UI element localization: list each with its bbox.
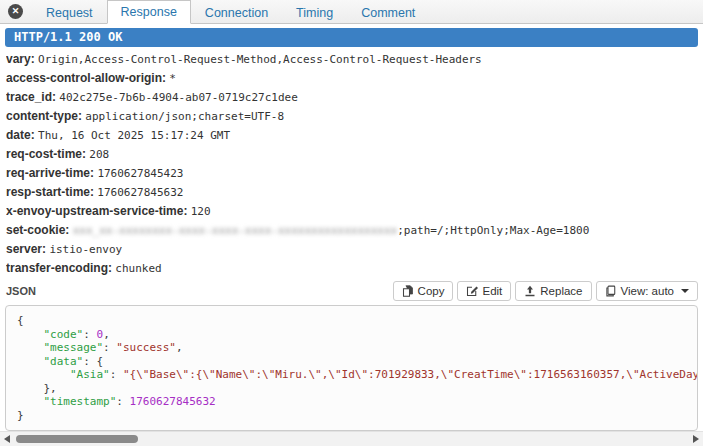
json-token: { xyxy=(17,314,24,327)
upload-icon xyxy=(524,285,536,297)
json-token xyxy=(17,368,70,381)
code-line: }, xyxy=(17,382,693,396)
edit-pencil-icon xyxy=(466,285,478,297)
header-row: x-envoy-upstream-service-time: 120 xyxy=(6,202,703,221)
edit-button[interactable]: Edit xyxy=(457,281,511,301)
horizontal-scrollbar[interactable] xyxy=(0,431,703,446)
redacted-cookie-value: xxx_xx-xxxxxxxx-xxxx-xxxx-xxxx-xxxxxxxxx… xyxy=(73,224,398,237)
scroll-right-arrow-icon[interactable] xyxy=(693,435,699,443)
content-view-toolbar: Copy Edit Replace View: auto xyxy=(393,281,698,301)
header-value: 1760627845632 xyxy=(97,186,183,199)
json-token: : xyxy=(103,341,116,354)
header-row: vary: Origin,Access-Control-Request-Meth… xyxy=(6,50,703,69)
json-token: 1760627845632 xyxy=(130,395,216,408)
json-token: "{\"Base\":{\"Name\":\"Miru.\",\"Id\":70… xyxy=(123,368,698,381)
header-name: trace_id: xyxy=(6,90,59,104)
code-line: "timestamp": 1760627845632 xyxy=(17,395,693,409)
json-token: : xyxy=(116,395,129,408)
header-row: date: Thu, 16 Oct 2025 15:17:24 GMT xyxy=(6,126,703,145)
json-token xyxy=(17,355,44,368)
code-line: "message": "success", xyxy=(17,341,693,355)
json-token xyxy=(17,328,44,341)
header-name: set-cookie: xyxy=(6,223,73,237)
header-row: set-cookie: xxx_xx-xxxxxxxx-xxxx-xxxx-xx… xyxy=(6,221,703,240)
replace-button[interactable]: Replace xyxy=(515,281,591,301)
json-token xyxy=(17,341,44,354)
header-name: transfer-encoding: xyxy=(6,261,115,275)
header-row: content-type: application/json;charset=U… xyxy=(6,107,703,126)
view-pages-icon xyxy=(605,285,617,297)
tab-comment[interactable]: Comment xyxy=(347,1,429,24)
json-token: , xyxy=(176,341,183,354)
json-token: "message" xyxy=(44,341,104,354)
header-name: vary: xyxy=(6,52,38,66)
header-value: 120 xyxy=(191,205,211,218)
json-section-header: JSON Copy Edit Replace View: auto xyxy=(0,278,703,305)
header-value: Origin,Access-Control-Request-Method,Acc… xyxy=(38,53,482,66)
json-token: "Asia" xyxy=(70,368,110,381)
code-line: { xyxy=(17,314,693,328)
json-token: }, xyxy=(17,382,57,395)
header-row: req-arrive-time: 1760627845423 xyxy=(6,164,703,183)
header-value: 1760627845423 xyxy=(97,167,183,180)
header-value: chunked xyxy=(115,262,161,275)
tab-request[interactable]: Request xyxy=(32,1,107,24)
close-icon: ✕ xyxy=(12,6,20,16)
json-token: "success" xyxy=(116,341,176,354)
json-token: , xyxy=(103,328,110,341)
header-row: server: istio-envoy xyxy=(6,240,703,259)
tab-bar: ✕ RequestResponseConnectionTimingComment xyxy=(0,0,703,24)
json-token xyxy=(17,395,44,408)
header-name: server: xyxy=(6,242,49,256)
header-value: 208 xyxy=(89,148,109,161)
view-mode-button[interactable]: View: auto xyxy=(596,281,699,301)
edit-button-label: Edit xyxy=(482,285,502,297)
json-code-box[interactable]: { "code": 0, "message": "success", "data… xyxy=(5,305,698,431)
header-value: xxx_xx-xxxxxxxx-xxxx-xxxx-xxxx-xxxxxxxxx… xyxy=(73,224,590,237)
tab-response[interactable]: Response xyxy=(107,0,191,24)
header-value: Thu, 16 Oct 2025 15:17:24 GMT xyxy=(38,129,230,142)
headers-list: vary: Origin,Access-Control-Request-Meth… xyxy=(0,49,703,278)
close-button[interactable]: ✕ xyxy=(8,4,23,19)
header-row: req-cost-time: 208 xyxy=(6,145,703,164)
http-status-line: HTTP/1.1 200 OK xyxy=(5,28,698,47)
code-line: "code": 0, xyxy=(17,328,693,342)
json-token: : xyxy=(83,328,96,341)
code-line: "Asia": "{\"Base\":{\"Name\":\"Miru.\",\… xyxy=(17,368,693,382)
replace-button-label: Replace xyxy=(540,285,582,297)
header-row: access-control-allow-origin: * xyxy=(6,69,703,88)
tab-timing[interactable]: Timing xyxy=(282,1,347,24)
header-name: content-type: xyxy=(6,109,85,123)
chevron-down-icon xyxy=(681,289,689,293)
header-name: access-control-allow-origin: xyxy=(6,71,169,85)
json-token: "data" xyxy=(44,355,84,368)
json-token: "timestamp" xyxy=(44,395,117,408)
header-value: istio-envoy xyxy=(49,243,122,256)
json-token: : xyxy=(110,368,123,381)
header-value: application/json;charset=UTF-8 xyxy=(85,110,284,123)
header-name: date: xyxy=(6,128,38,142)
copy-button-label: Copy xyxy=(418,285,445,297)
tab-connection[interactable]: Connection xyxy=(191,1,282,24)
header-value: 402c275e-7b6b-4904-ab07-0719c27c1dee xyxy=(59,91,297,104)
view-mode-label: View: auto xyxy=(621,285,675,297)
json-token: } xyxy=(17,409,24,422)
header-name: x-envoy-upstream-service-time: xyxy=(6,204,191,218)
copy-icon xyxy=(402,285,414,297)
header-value: * xyxy=(169,72,176,85)
header-name: req-cost-time: xyxy=(6,147,89,161)
tabs: RequestResponseConnectionTimingComment xyxy=(32,0,429,23)
json-label: JSON xyxy=(6,285,36,297)
header-row: resp-start-time: 1760627845632 xyxy=(6,183,703,202)
header-name: resp-start-time: xyxy=(6,185,97,199)
header-row: transfer-encoding: chunked xyxy=(6,259,703,278)
header-row: trace_id: 402c275e-7b6b-4904-ab07-0719c2… xyxy=(6,88,703,107)
json-token: "code" xyxy=(44,328,84,341)
json-token: : { xyxy=(83,355,103,368)
scrollbar-thumb[interactable] xyxy=(16,435,138,443)
scroll-left-arrow-icon[interactable] xyxy=(4,435,10,443)
copy-button[interactable]: Copy xyxy=(393,281,454,301)
code-line: } xyxy=(17,409,693,423)
code-line: "data": { xyxy=(17,355,693,369)
header-name: req-arrive-time: xyxy=(6,166,97,180)
